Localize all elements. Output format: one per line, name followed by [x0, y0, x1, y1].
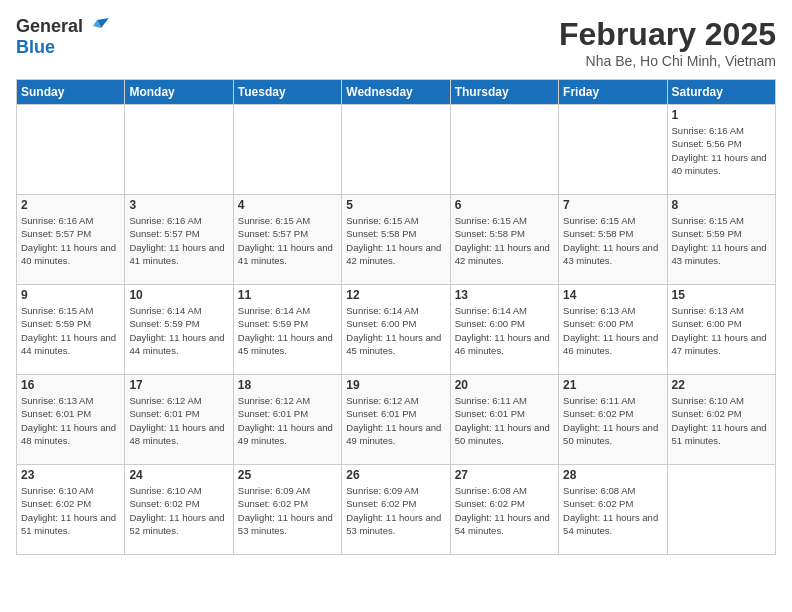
- calendar-body: 1Sunrise: 6:16 AM Sunset: 5:56 PM Daylig…: [17, 105, 776, 555]
- calendar-cell: 16Sunrise: 6:13 AM Sunset: 6:01 PM Dayli…: [17, 375, 125, 465]
- calendar-cell: 11Sunrise: 6:14 AM Sunset: 5:59 PM Dayli…: [233, 285, 341, 375]
- weekday-header-friday: Friday: [559, 80, 667, 105]
- day-number: 13: [455, 288, 554, 302]
- day-number: 16: [21, 378, 120, 392]
- day-info: Sunrise: 6:15 AM Sunset: 5:59 PM Dayligh…: [672, 214, 771, 267]
- weekday-row: SundayMondayTuesdayWednesdayThursdayFrid…: [17, 80, 776, 105]
- day-info: Sunrise: 6:13 AM Sunset: 6:00 PM Dayligh…: [672, 304, 771, 357]
- day-number: 17: [129, 378, 228, 392]
- day-info: Sunrise: 6:15 AM Sunset: 5:58 PM Dayligh…: [455, 214, 554, 267]
- day-info: Sunrise: 6:16 AM Sunset: 5:56 PM Dayligh…: [672, 124, 771, 177]
- day-number: 9: [21, 288, 120, 302]
- day-number: 27: [455, 468, 554, 482]
- day-number: 1: [672, 108, 771, 122]
- calendar-cell: [17, 105, 125, 195]
- day-info: Sunrise: 6:12 AM Sunset: 6:01 PM Dayligh…: [346, 394, 445, 447]
- calendar-cell: 8Sunrise: 6:15 AM Sunset: 5:59 PM Daylig…: [667, 195, 775, 285]
- day-number: 20: [455, 378, 554, 392]
- day-number: 14: [563, 288, 662, 302]
- calendar-cell: [559, 105, 667, 195]
- calendar-title: February 2025: [559, 16, 776, 53]
- week-row-4: 23Sunrise: 6:10 AM Sunset: 6:02 PM Dayli…: [17, 465, 776, 555]
- day-info: Sunrise: 6:15 AM Sunset: 5:58 PM Dayligh…: [563, 214, 662, 267]
- weekday-header-wednesday: Wednesday: [342, 80, 450, 105]
- calendar-cell: 7Sunrise: 6:15 AM Sunset: 5:58 PM Daylig…: [559, 195, 667, 285]
- day-info: Sunrise: 6:14 AM Sunset: 5:59 PM Dayligh…: [129, 304, 228, 357]
- calendar-cell: 15Sunrise: 6:13 AM Sunset: 6:00 PM Dayli…: [667, 285, 775, 375]
- day-info: Sunrise: 6:10 AM Sunset: 6:02 PM Dayligh…: [21, 484, 120, 537]
- calendar-cell: 27Sunrise: 6:08 AM Sunset: 6:02 PM Dayli…: [450, 465, 558, 555]
- day-number: 8: [672, 198, 771, 212]
- calendar-cell: 2Sunrise: 6:16 AM Sunset: 5:57 PM Daylig…: [17, 195, 125, 285]
- header: General Blue February 2025 Nha Be, Ho Ch…: [16, 16, 776, 69]
- day-number: 6: [455, 198, 554, 212]
- day-number: 12: [346, 288, 445, 302]
- weekday-header-tuesday: Tuesday: [233, 80, 341, 105]
- week-row-2: 9Sunrise: 6:15 AM Sunset: 5:59 PM Daylig…: [17, 285, 776, 375]
- week-row-1: 2Sunrise: 6:16 AM Sunset: 5:57 PM Daylig…: [17, 195, 776, 285]
- calendar-cell: 21Sunrise: 6:11 AM Sunset: 6:02 PM Dayli…: [559, 375, 667, 465]
- day-number: 22: [672, 378, 771, 392]
- calendar-cell: 24Sunrise: 6:10 AM Sunset: 6:02 PM Dayli…: [125, 465, 233, 555]
- calendar-cell: 4Sunrise: 6:15 AM Sunset: 5:57 PM Daylig…: [233, 195, 341, 285]
- day-info: Sunrise: 6:15 AM Sunset: 5:59 PM Dayligh…: [21, 304, 120, 357]
- calendar-cell: 20Sunrise: 6:11 AM Sunset: 6:01 PM Dayli…: [450, 375, 558, 465]
- calendar-cell: [667, 465, 775, 555]
- calendar-cell: [450, 105, 558, 195]
- day-info: Sunrise: 6:09 AM Sunset: 6:02 PM Dayligh…: [238, 484, 337, 537]
- day-info: Sunrise: 6:08 AM Sunset: 6:02 PM Dayligh…: [563, 484, 662, 537]
- day-info: Sunrise: 6:10 AM Sunset: 6:02 PM Dayligh…: [129, 484, 228, 537]
- calendar-cell: [342, 105, 450, 195]
- week-row-0: 1Sunrise: 6:16 AM Sunset: 5:56 PM Daylig…: [17, 105, 776, 195]
- day-info: Sunrise: 6:11 AM Sunset: 6:01 PM Dayligh…: [455, 394, 554, 447]
- calendar-cell: 12Sunrise: 6:14 AM Sunset: 6:00 PM Dayli…: [342, 285, 450, 375]
- day-number: 7: [563, 198, 662, 212]
- day-number: 25: [238, 468, 337, 482]
- day-number: 19: [346, 378, 445, 392]
- day-number: 23: [21, 468, 120, 482]
- calendar-subtitle: Nha Be, Ho Chi Minh, Vietnam: [559, 53, 776, 69]
- day-info: Sunrise: 6:09 AM Sunset: 6:02 PM Dayligh…: [346, 484, 445, 537]
- calendar-cell: 14Sunrise: 6:13 AM Sunset: 6:00 PM Dayli…: [559, 285, 667, 375]
- calendar-cell: [233, 105, 341, 195]
- calendar-cell: 1Sunrise: 6:16 AM Sunset: 5:56 PM Daylig…: [667, 105, 775, 195]
- day-info: Sunrise: 6:14 AM Sunset: 6:00 PM Dayligh…: [455, 304, 554, 357]
- calendar-cell: 5Sunrise: 6:15 AM Sunset: 5:58 PM Daylig…: [342, 195, 450, 285]
- day-info: Sunrise: 6:13 AM Sunset: 6:00 PM Dayligh…: [563, 304, 662, 357]
- day-number: 5: [346, 198, 445, 212]
- weekday-header-sunday: Sunday: [17, 80, 125, 105]
- day-info: Sunrise: 6:12 AM Sunset: 6:01 PM Dayligh…: [238, 394, 337, 447]
- day-info: Sunrise: 6:16 AM Sunset: 5:57 PM Dayligh…: [21, 214, 120, 267]
- calendar-cell: 19Sunrise: 6:12 AM Sunset: 6:01 PM Dayli…: [342, 375, 450, 465]
- day-info: Sunrise: 6:13 AM Sunset: 6:01 PM Dayligh…: [21, 394, 120, 447]
- day-number: 26: [346, 468, 445, 482]
- calendar-cell: 10Sunrise: 6:14 AM Sunset: 5:59 PM Dayli…: [125, 285, 233, 375]
- day-info: Sunrise: 6:16 AM Sunset: 5:57 PM Dayligh…: [129, 214, 228, 267]
- day-info: Sunrise: 6:14 AM Sunset: 5:59 PM Dayligh…: [238, 304, 337, 357]
- calendar-table: SundayMondayTuesdayWednesdayThursdayFrid…: [16, 79, 776, 555]
- day-number: 28: [563, 468, 662, 482]
- day-number: 21: [563, 378, 662, 392]
- day-info: Sunrise: 6:15 AM Sunset: 5:58 PM Dayligh…: [346, 214, 445, 267]
- calendar-cell: 3Sunrise: 6:16 AM Sunset: 5:57 PM Daylig…: [125, 195, 233, 285]
- calendar-header: SundayMondayTuesdayWednesdayThursdayFrid…: [17, 80, 776, 105]
- weekday-header-saturday: Saturday: [667, 80, 775, 105]
- day-info: Sunrise: 6:08 AM Sunset: 6:02 PM Dayligh…: [455, 484, 554, 537]
- day-info: Sunrise: 6:11 AM Sunset: 6:02 PM Dayligh…: [563, 394, 662, 447]
- day-number: 11: [238, 288, 337, 302]
- logo-blue-text: Blue: [16, 37, 55, 57]
- calendar-cell: 26Sunrise: 6:09 AM Sunset: 6:02 PM Dayli…: [342, 465, 450, 555]
- day-number: 2: [21, 198, 120, 212]
- logo-bird-icon: [87, 18, 109, 36]
- calendar-cell: 6Sunrise: 6:15 AM Sunset: 5:58 PM Daylig…: [450, 195, 558, 285]
- day-number: 24: [129, 468, 228, 482]
- day-number: 18: [238, 378, 337, 392]
- day-number: 4: [238, 198, 337, 212]
- calendar-cell: 23Sunrise: 6:10 AM Sunset: 6:02 PM Dayli…: [17, 465, 125, 555]
- calendar-cell: 22Sunrise: 6:10 AM Sunset: 6:02 PM Dayli…: [667, 375, 775, 465]
- day-info: Sunrise: 6:12 AM Sunset: 6:01 PM Dayligh…: [129, 394, 228, 447]
- weekday-header-monday: Monday: [125, 80, 233, 105]
- day-info: Sunrise: 6:15 AM Sunset: 5:57 PM Dayligh…: [238, 214, 337, 267]
- day-info: Sunrise: 6:14 AM Sunset: 6:00 PM Dayligh…: [346, 304, 445, 357]
- calendar-cell: 9Sunrise: 6:15 AM Sunset: 5:59 PM Daylig…: [17, 285, 125, 375]
